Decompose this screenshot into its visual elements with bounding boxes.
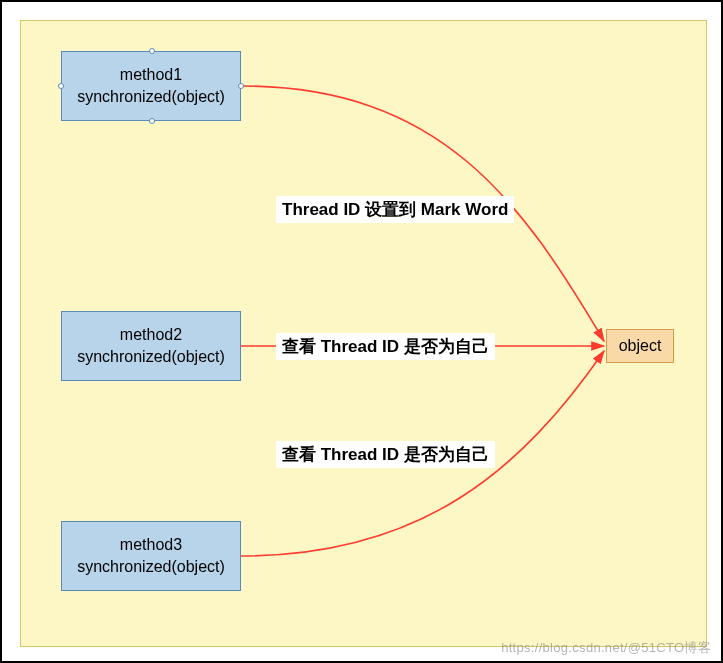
node-method3: method3 synchronized(object) [61,521,241,591]
edge-label-1: Thread ID 设置到 Mark Word [276,196,514,223]
node-subtitle: synchronized(object) [62,346,240,368]
diagram-canvas: method1 synchronized(object) method2 syn… [20,20,707,647]
node-method2: method2 synchronized(object) [61,311,241,381]
edge-label-3: 查看 Thread ID 是否为自己 [276,441,495,468]
node-title: method1 [62,64,240,86]
watermark-text: https://blog.csdn.net/@51CTO博客 [501,639,711,657]
selection-handle-icon [58,83,64,89]
node-subtitle: synchronized(object) [62,86,240,108]
node-object-label: object [619,337,662,354]
node-subtitle: synchronized(object) [62,556,240,578]
node-method1: method1 synchronized(object) [61,51,241,121]
selection-handle-icon [238,83,244,89]
diagram-frame: method1 synchronized(object) method2 syn… [0,0,723,663]
selection-handle-icon [149,48,155,54]
node-title: method2 [62,324,240,346]
selection-handle-icon [149,118,155,124]
edge-label-2: 查看 Thread ID 是否为自己 [276,333,495,360]
node-object: object [606,329,674,363]
node-title: method3 [62,534,240,556]
